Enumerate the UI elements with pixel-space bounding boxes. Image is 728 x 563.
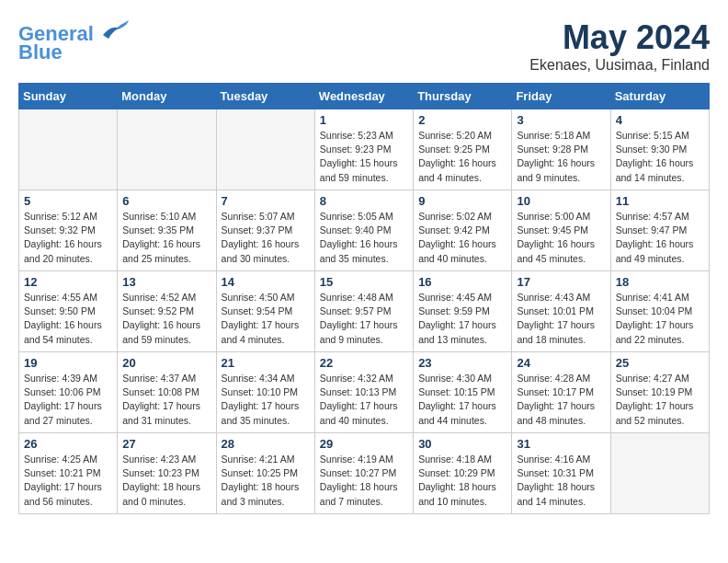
calendar-cell: 13Sunrise: 4:52 AM Sunset: 9:52 PM Dayli… <box>118 271 216 352</box>
day-number: 3 <box>517 113 605 127</box>
title-block: May 2024 Ekenaes, Uusimaa, Finland <box>529 18 710 74</box>
calendar-cell: 9Sunrise: 5:02 AM Sunset: 9:42 PM Daylig… <box>414 190 512 271</box>
day-number: 19 <box>24 356 112 370</box>
day-number: 2 <box>418 113 506 127</box>
calendar-table: SundayMondayTuesdayWednesdayThursdayFrid… <box>18 83 710 514</box>
day-info: Sunrise: 4:28 AM Sunset: 10:17 PM Daylig… <box>517 372 605 428</box>
day-info: Sunrise: 5:23 AM Sunset: 9:23 PM Dayligh… <box>320 129 408 185</box>
header-monday: Monday <box>118 84 216 109</box>
day-number: 14 <box>222 275 310 289</box>
header-sunday: Sunday <box>19 84 118 109</box>
day-number: 28 <box>222 437 310 451</box>
week-row-1: 1Sunrise: 5:23 AM Sunset: 9:23 PM Daylig… <box>19 109 710 190</box>
calendar-cell: 22Sunrise: 4:32 AM Sunset: 10:13 PM Dayl… <box>314 352 413 433</box>
day-info: Sunrise: 4:34 AM Sunset: 10:10 PM Daylig… <box>222 372 310 428</box>
calendar-cell: 5Sunrise: 5:12 AM Sunset: 9:32 PM Daylig… <box>19 190 118 271</box>
day-info: Sunrise: 5:05 AM Sunset: 9:40 PM Dayligh… <box>320 210 408 266</box>
calendar-cell: 26Sunrise: 4:25 AM Sunset: 10:21 PM Dayl… <box>19 433 118 514</box>
day-info: Sunrise: 4:19 AM Sunset: 10:27 PM Daylig… <box>320 453 408 509</box>
day-info: Sunrise: 4:43 AM Sunset: 10:01 PM Daylig… <box>517 291 605 347</box>
page-header: General Blue May 2024 Ekenaes, Uusimaa, … <box>18 18 710 74</box>
calendar-body: 1Sunrise: 5:23 AM Sunset: 9:23 PM Daylig… <box>19 109 710 514</box>
day-info: Sunrise: 5:10 AM Sunset: 9:35 PM Dayligh… <box>122 210 210 266</box>
day-number: 20 <box>122 356 210 370</box>
day-info: Sunrise: 4:37 AM Sunset: 10:08 PM Daylig… <box>122 372 210 428</box>
day-number: 26 <box>24 437 112 451</box>
calendar-cell: 30Sunrise: 4:18 AM Sunset: 10:29 PM Dayl… <box>414 433 512 514</box>
calendar-cell: 20Sunrise: 4:37 AM Sunset: 10:08 PM Dayl… <box>118 352 216 433</box>
day-info: Sunrise: 4:41 AM Sunset: 10:04 PM Daylig… <box>616 291 704 347</box>
logo: General Blue <box>18 18 129 64</box>
day-info: Sunrise: 4:48 AM Sunset: 9:57 PM Dayligh… <box>320 291 408 347</box>
day-number: 11 <box>616 194 704 208</box>
header-wednesday: Wednesday <box>314 84 413 109</box>
day-number: 27 <box>122 437 210 451</box>
day-info: Sunrise: 4:23 AM Sunset: 10:23 PM Daylig… <box>122 453 210 509</box>
day-info: Sunrise: 5:20 AM Sunset: 9:25 PM Dayligh… <box>418 129 506 185</box>
day-number: 23 <box>418 356 506 370</box>
day-number: 12 <box>24 275 112 289</box>
day-info: Sunrise: 4:16 AM Sunset: 10:31 PM Daylig… <box>517 453 605 509</box>
calendar-cell: 14Sunrise: 4:50 AM Sunset: 9:54 PM Dayli… <box>216 271 314 352</box>
day-info: Sunrise: 5:02 AM Sunset: 9:42 PM Dayligh… <box>418 210 506 266</box>
day-number: 25 <box>616 356 704 370</box>
day-info: Sunrise: 4:55 AM Sunset: 9:50 PM Dayligh… <box>24 291 112 347</box>
calendar-cell: 2Sunrise: 5:20 AM Sunset: 9:25 PM Daylig… <box>414 109 512 190</box>
day-info: Sunrise: 5:15 AM Sunset: 9:30 PM Dayligh… <box>616 129 704 185</box>
day-info: Sunrise: 4:57 AM Sunset: 9:47 PM Dayligh… <box>616 210 704 266</box>
day-number: 30 <box>418 437 506 451</box>
calendar-cell: 28Sunrise: 4:21 AM Sunset: 10:25 PM Dayl… <box>216 433 314 514</box>
day-info: Sunrise: 4:52 AM Sunset: 9:52 PM Dayligh… <box>122 291 210 347</box>
calendar-cell: 7Sunrise: 5:07 AM Sunset: 9:37 PM Daylig… <box>216 190 314 271</box>
calendar-cell: 6Sunrise: 5:10 AM Sunset: 9:35 PM Daylig… <box>118 190 216 271</box>
day-number: 15 <box>320 275 408 289</box>
day-info: Sunrise: 5:00 AM Sunset: 9:45 PM Dayligh… <box>517 210 605 266</box>
day-number: 5 <box>24 194 112 208</box>
day-info: Sunrise: 4:39 AM Sunset: 10:06 PM Daylig… <box>24 372 112 428</box>
header-tuesday: Tuesday <box>216 84 314 109</box>
calendar-cell: 27Sunrise: 4:23 AM Sunset: 10:23 PM Dayl… <box>118 433 216 514</box>
month-title: May 2024 <box>529 18 710 57</box>
calendar-cell: 24Sunrise: 4:28 AM Sunset: 10:17 PM Dayl… <box>512 352 610 433</box>
day-number: 21 <box>222 356 310 370</box>
calendar-header-row: SundayMondayTuesdayWednesdayThursdayFrid… <box>19 84 710 109</box>
week-row-4: 19Sunrise: 4:39 AM Sunset: 10:06 PM Dayl… <box>19 352 710 433</box>
day-number: 22 <box>320 356 408 370</box>
day-number: 31 <box>517 437 605 451</box>
calendar-cell: 11Sunrise: 4:57 AM Sunset: 9:47 PM Dayli… <box>610 190 709 271</box>
day-number: 13 <box>122 275 210 289</box>
day-number: 24 <box>517 356 605 370</box>
day-number: 16 <box>418 275 506 289</box>
calendar-cell: 8Sunrise: 5:05 AM Sunset: 9:40 PM Daylig… <box>314 190 413 271</box>
day-number: 10 <box>517 194 605 208</box>
day-info: Sunrise: 4:45 AM Sunset: 9:59 PM Dayligh… <box>418 291 506 347</box>
day-number: 6 <box>122 194 210 208</box>
calendar-cell: 3Sunrise: 5:18 AM Sunset: 9:28 PM Daylig… <box>512 109 610 190</box>
day-number: 1 <box>320 113 408 127</box>
calendar-cell: 10Sunrise: 5:00 AM Sunset: 9:45 PM Dayli… <box>512 190 610 271</box>
calendar-cell: 31Sunrise: 4:16 AM Sunset: 10:31 PM Dayl… <box>512 433 610 514</box>
day-number: 7 <box>222 194 310 208</box>
day-number: 9 <box>418 194 506 208</box>
calendar-cell: 23Sunrise: 4:30 AM Sunset: 10:15 PM Dayl… <box>414 352 512 433</box>
day-number: 8 <box>320 194 408 208</box>
calendar-cell: 12Sunrise: 4:55 AM Sunset: 9:50 PM Dayli… <box>19 271 118 352</box>
calendar-cell: 19Sunrise: 4:39 AM Sunset: 10:06 PM Dayl… <box>19 352 118 433</box>
calendar-cell: 21Sunrise: 4:34 AM Sunset: 10:10 PM Dayl… <box>216 352 314 433</box>
calendar-cell: 29Sunrise: 4:19 AM Sunset: 10:27 PM Dayl… <box>314 433 413 514</box>
day-info: Sunrise: 4:21 AM Sunset: 10:25 PM Daylig… <box>222 453 310 509</box>
day-number: 17 <box>517 275 605 289</box>
calendar-cell <box>19 109 118 190</box>
header-thursday: Thursday <box>414 84 512 109</box>
calendar-cell: 4Sunrise: 5:15 AM Sunset: 9:30 PM Daylig… <box>610 109 709 190</box>
day-info: Sunrise: 4:30 AM Sunset: 10:15 PM Daylig… <box>418 372 506 428</box>
location-title: Ekenaes, Uusimaa, Finland <box>529 57 710 74</box>
day-info: Sunrise: 4:27 AM Sunset: 10:19 PM Daylig… <box>616 372 704 428</box>
calendar-cell: 15Sunrise: 4:48 AM Sunset: 9:57 PM Dayli… <box>314 271 413 352</box>
calendar-cell <box>216 109 314 190</box>
week-row-3: 12Sunrise: 4:55 AM Sunset: 9:50 PM Dayli… <box>19 271 710 352</box>
calendar-cell: 18Sunrise: 4:41 AM Sunset: 10:04 PM Dayl… <box>610 271 709 352</box>
header-friday: Friday <box>512 84 610 109</box>
header-saturday: Saturday <box>610 84 709 109</box>
day-info: Sunrise: 5:12 AM Sunset: 9:32 PM Dayligh… <box>24 210 112 266</box>
